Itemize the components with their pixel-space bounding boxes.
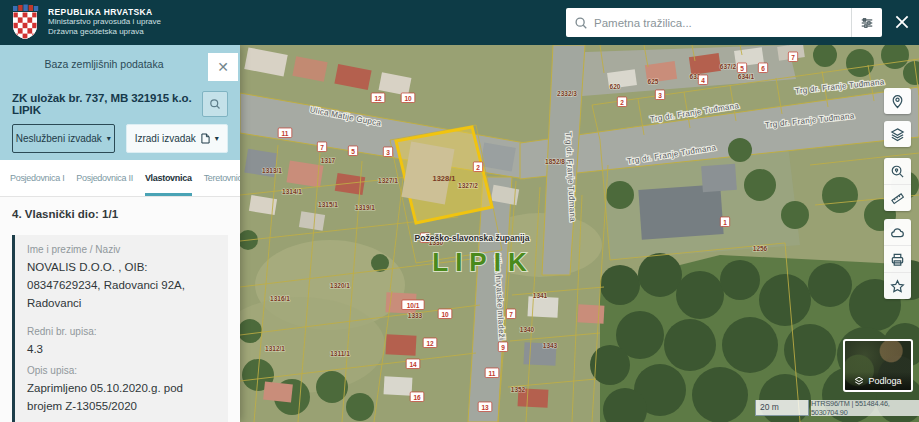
toolbar-group-layers [884,121,911,147]
house-number: 11 [489,370,496,377]
cloud-button[interactable] [884,219,911,245]
house-number: 2 [476,164,480,171]
house-number: 3 [658,92,662,99]
house-number: 13 [481,404,489,411]
house-number: 7 [320,144,324,151]
parcel-number-label: 634/1 [738,73,755,80]
map-canvas[interactable]: Ulica Matije GupcaTrg dr. Franje Tuđmana… [240,45,919,422]
layers-button[interactable] [884,121,911,147]
house-number: 6 [761,65,765,72]
document-icon [201,133,210,144]
app-header: REPUBLIKA HRVATSKA Ministarstvo pravosuđ… [0,0,919,45]
parcel-number-label: 1316/1 [270,295,290,302]
parcel-number-label: 620 [610,83,621,90]
house-number: 2 [620,99,624,106]
create-extract-button[interactable]: Izradi izvadak ▾ [126,124,229,153]
print-button[interactable] [884,245,911,272]
house-number: 7 [791,54,795,61]
location-pin-icon [890,94,905,109]
toolbar-group-locate [884,88,911,114]
coordinates-readout: HTRS96/TM | 551484.46, 5030704.90 [811,400,919,416]
tab-posjedovnica-2[interactable]: Posjedovnica II [76,160,133,196]
parcel-number-label: 1313/1 [262,167,282,174]
panel-close-button[interactable]: ✕ [208,53,238,81]
parcel-number-label: 1327/1 [378,177,398,184]
layers-icon [890,127,905,142]
location-pin-button[interactable] [884,88,911,114]
close-icon [893,13,911,31]
house-number: 12 [426,340,434,347]
parcel-number-label: 1312/1 [265,345,285,352]
search-filter-button[interactable] [851,8,882,37]
favorite-button[interactable] [884,272,911,299]
star-icon [890,279,905,294]
parcel-number-label: 1256 [753,245,768,252]
search-location-button[interactable] [884,158,911,184]
owner-card: Ime i prezime / Naziv NOVALIS D.O.O. , O… [12,235,228,321]
parcel-number-label: 625 [648,78,659,85]
parcel-number-label: 1320/1 [330,282,350,289]
parcel-number-label: 1343 [543,342,558,349]
house-number: 10 [404,95,412,102]
entry-card: Redni br. upisa: 4.3 Opis upisa: Zapriml… [12,317,228,422]
measure-button[interactable] [884,184,911,211]
search-input[interactable] [588,17,851,29]
tab-vlastovnica[interactable]: Vlastovnica [145,160,192,196]
scale-bar: 20 m [755,400,809,416]
house-number: 5 [740,65,744,72]
smart-search [566,8,882,37]
unofficial-extract-label: Neslužbeni izvadak [16,133,102,144]
croatia-coat-of-arms-logo [10,4,40,40]
org-agency: Državna geodetska uprava [48,27,161,37]
tab-posjedovnica-1[interactable]: Posjedovnica I [10,160,64,196]
house-number: 9 [501,344,505,351]
panel-title: Baza zemljišnih podataka [0,58,208,70]
header-close-button[interactable] [893,13,911,31]
parcel-number-label: 1340 [520,326,535,333]
brand-block: REPUBLIKA HRVATSKA Ministarstvo pravosuđ… [10,4,161,40]
caret-down-icon: ▾ [215,134,219,143]
tab-bar: Posjedovnica I Posjedovnica II Vlastovni… [0,160,240,197]
entry-description-value: Zaprimljeno 05.10.2020.g. pod brojem Z-1… [27,380,216,416]
caret-down-icon: ▾ [107,134,111,143]
place-label: LIPIK [432,247,533,277]
entry-description-label: Opis upisa: [27,365,216,376]
basemap-label: Podloga [868,376,901,386]
entry-number-value: 4.3 [27,341,216,359]
house-number: 7 [509,311,513,318]
filter-sliders-icon [860,16,874,30]
land-registry-panel: Baza zemljišnih podataka ✕ ZK uložak br.… [0,45,240,422]
selected-parcel-number: 1328/1 [433,174,456,183]
owner-name-value: NOVALIS D.O.O. , OIB: 08347629234, Radov… [27,259,216,312]
measure-ruler-icon [890,191,905,206]
parcel-number-label: 1314/1 [282,188,302,195]
house-number: 4 [701,77,705,84]
org-ministry: Ministarstvo pravosuđa i uprave [48,17,161,27]
county-label: Požeško-slavonska županija [415,233,530,243]
parcel-number-label: 2332/3 [557,90,577,97]
parcel-number-label: 1341 [533,292,548,299]
basemap-switcher[interactable]: Podloga [843,339,913,392]
parcel-number-label: 1327/2 [458,182,478,189]
tab-teretovnica[interactable]: Teretovnica [204,160,240,196]
folio-search-button[interactable] [202,91,228,117]
ownership-section-heading: 4. Vlasnički dio: 1/1 [12,208,118,220]
unofficial-extract-button[interactable]: Neslužbeni izvadak ▾ [12,124,115,153]
parcel-number-label: 1317 [321,157,336,164]
house-number: 11 [282,130,289,137]
cloud-icon [890,225,905,240]
basemap-icon [854,376,864,386]
org-name: REPUBLIKA HRVATSKA [48,7,161,18]
owner-name-label: Ime i prezime / Naziv [27,244,216,255]
toolbar-group-output [884,219,911,299]
create-extract-label: Izradi izvadak [135,133,196,144]
house-number: 14 [409,361,417,368]
printer-icon [890,252,905,267]
parcel-number-label: 1852/8 [545,158,565,165]
house-number: 1 [723,219,727,226]
aerial-map: Ulica Matije GupcaTrg dr. Franje Tuđmana… [240,45,919,422]
search-icon [574,16,588,30]
panel-header: Baza zemljišnih podataka ✕ ZK uložak br.… [0,45,240,160]
house-number: 10/1 [407,302,420,309]
parcel-number-label: 1319/1 [355,204,375,211]
